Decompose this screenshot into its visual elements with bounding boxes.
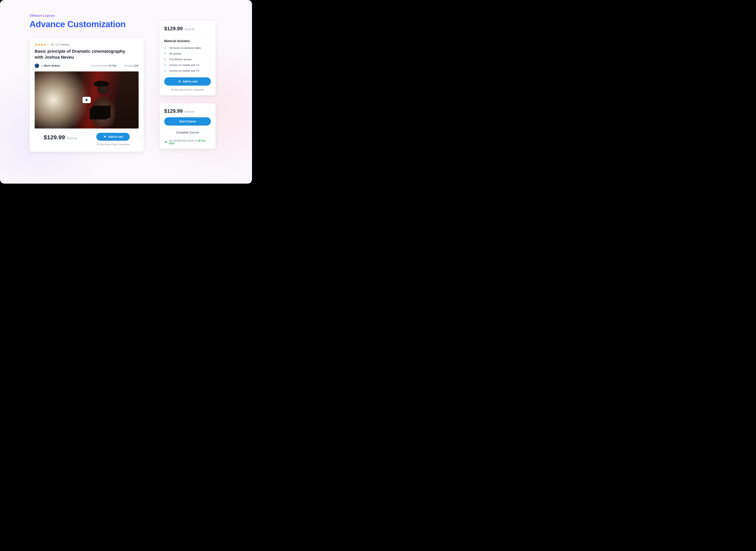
add-to-cart-button[interactable]: Add to cart <box>96 133 130 141</box>
star-icon <box>41 43 43 46</box>
list-item-label: 34 hours on-demand video <box>169 46 201 49</box>
check-icon: ✓ <box>164 46 167 49</box>
check-icon: ✓ <box>164 58 167 61</box>
old-price: $195.99 <box>67 137 77 140</box>
video-illustration <box>94 81 109 87</box>
guarantee-text: 30-Day Money-Back Guarantee <box>164 88 211 91</box>
complete-course-label: Complete Course <box>176 131 199 134</box>
list-item-label: Access on mobile and TV <box>169 64 200 66</box>
play-icon[interactable] <box>82 97 91 103</box>
star-outline-icon <box>46 43 49 46</box>
enroll-card: $129.99 $195.99 Start Course Complete Co… <box>159 103 216 149</box>
guarantee-text: 30-Day Money-Back Guarantee <box>96 143 129 146</box>
divider <box>159 35 216 35</box>
enrolled-value: 1200 <box>133 64 138 67</box>
list-item: ✓Full lifetime access <box>164 58 211 61</box>
add-to-cart-button[interactable]: Add to cart <box>164 77 211 86</box>
author-name: Mario Jenkins <box>44 64 60 67</box>
price-row: $129.99 $195.99 <box>164 108 211 114</box>
course-card: 4.0 (172 Ratings) Basic principle of Dra… <box>30 38 144 152</box>
star-icon <box>43 43 46 46</box>
check-icon: ✓ <box>164 52 167 55</box>
check-icon: ✓ <box>164 64 167 66</box>
list-item: ✓34 hours on-demand video <box>164 46 211 49</box>
list-item: ✓45 articles <box>164 52 211 55</box>
list-item: ✓Access on mobile and TV <box>164 64 211 66</box>
author-avatar <box>35 64 39 68</box>
list-item-label: 45 articles <box>169 52 181 55</box>
section-eyebrow: Different Layouts <box>30 14 227 18</box>
duration-label: Course Duration: <box>91 64 109 67</box>
enrolled-label: Enrolled: <box>124 64 133 67</box>
list-item-label: Access on mobile and TV <box>169 69 200 72</box>
cart-icon <box>103 135 106 138</box>
price: $129.99 <box>44 134 65 141</box>
list-item: ✓Access on mobile and TV <box>164 69 211 72</box>
price-row: $129.99 $195.99 <box>164 26 211 32</box>
star-icon <box>35 43 37 46</box>
cart-check-icon <box>164 140 167 144</box>
price: $129.99 <box>164 108 183 114</box>
course-video-preview[interactable] <box>35 71 138 128</box>
duration-value: 4h 30m <box>109 64 117 67</box>
check-icon: ✓ <box>164 69 167 72</box>
course-title: Basic principle of Dramatic cinematograp… <box>35 48 125 60</box>
enrollment-note: You enrolled this course on 29 Jan, 2019 <box>164 139 211 145</box>
add-to-cart-label: Add to cart <box>108 135 123 138</box>
rating-stars <box>35 43 49 46</box>
start-course-label: Start Course <box>179 120 196 123</box>
rating-count: (172 Ratings) <box>56 43 70 46</box>
course-meta-row: by Mario Jenkins Course Duration: 4h 30m… <box>35 64 138 68</box>
by-prefix: by <box>41 64 44 67</box>
video-illustration <box>85 81 121 126</box>
old-price: $195.99 <box>185 28 195 31</box>
start-course-button[interactable]: Start Course <box>164 117 211 125</box>
old-price: $195.99 <box>185 110 195 113</box>
pricing-materials-card: $129.99 $195.99 Material Includes ✓34 ho… <box>159 21 216 95</box>
rating-row: 4.0 (172 Ratings) <box>35 43 138 46</box>
list-item-label: Full lifetime access <box>169 58 192 61</box>
course-footer: $129.99 $195.99 Add to cart 30-Day Money… <box>35 133 138 146</box>
author-label: by Mario Jenkins <box>41 64 60 67</box>
materials-list: ✓34 hours on-demand video ✓45 articles ✓… <box>164 46 211 72</box>
complete-course-button[interactable]: Complete Course <box>164 128 211 136</box>
price: $129.99 <box>164 26 183 32</box>
video-illustration <box>91 107 109 119</box>
rating-value: 4.0 <box>51 43 54 46</box>
star-icon <box>38 43 40 46</box>
price-box: $129.99 $195.99 <box>35 133 86 141</box>
enrolled-prefix: You enrolled this course on <box>169 139 198 142</box>
add-to-cart-label: Add to cart <box>183 80 198 83</box>
materials-title: Material Includes <box>164 39 211 43</box>
cart-icon <box>178 80 181 83</box>
